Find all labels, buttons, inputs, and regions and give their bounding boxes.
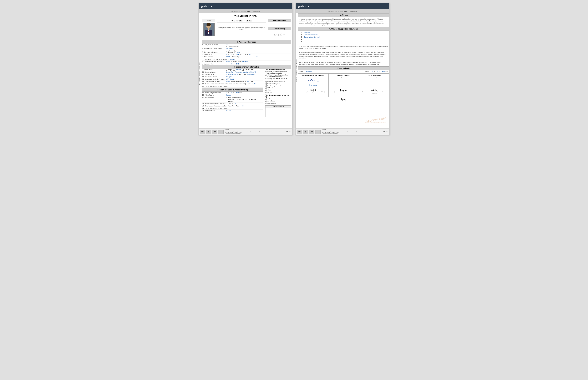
footer-logos-2: MÉXICO COFMER SRE ⊕: [297, 130, 321, 134]
email-value: ivan@mail.ru: [247, 74, 255, 75]
sex-label: 3. Sex (mark with an X):: [202, 51, 226, 53]
doc-item-5: 5): [301, 41, 388, 42]
entrevisto-subtitle: (Nombre y firma de quien entrevista): [329, 91, 358, 93]
place-date-header: Place and date: [298, 67, 389, 70]
side-label-2: The distribution of this form is free of…: [296, 13, 298, 128]
contact-text-2: Ricardo Flores Magón no. 2, piso 3, Col.…: [322, 131, 368, 134]
visa-tipo-title: Tipo de visa (marca con una X):: [265, 69, 291, 70]
visa-radio-1[interactable]: [265, 71, 267, 73]
doc-item-1: 1) Passport: [301, 32, 388, 34]
recibio-box: Recibió (Nombre y firma de quien recibe …: [298, 88, 329, 97]
top-section: Photo: [202, 19, 291, 39]
doc-link-3: Statement from the bank: [304, 36, 320, 38]
doc-link-1: Passport: [304, 32, 310, 34]
visa-opt-1-label: Visitante sin permiso para realizar acti…: [267, 71, 291, 74]
visa-opt-3: Visitante para realizar trámites de adop…: [265, 78, 291, 81]
visa-opt-2-label: Visitante con permiso para realizar acti…: [267, 74, 291, 77]
autorizo-box: Autorizó (Nombre y firma del funcionario…: [359, 88, 389, 97]
pasaporte-opt-2: No Ordinario: [265, 100, 291, 102]
visa-opt-5: Residencia temporal: [265, 83, 291, 85]
consular-box: Consular Office located at Each applican…: [216, 19, 267, 39]
row-passport: 8. Passport or travel document number: 7…: [202, 58, 291, 60]
section1-header: I. Personal information: [202, 40, 291, 44]
visa-radio-7[interactable]: [265, 87, 267, 89]
deported-no-label: No: [242, 105, 244, 107]
stay-less180-cb[interactable]: [226, 97, 227, 98]
row-lastname: 2. First and second last names: Ivan Iva…: [202, 47, 291, 51]
pasaporte-opt-2-label: No Ordinario: [267, 100, 275, 102]
visa-radio-9[interactable]: [265, 92, 267, 93]
visa-opt-4: Residente temporal estudiante: [265, 81, 291, 83]
svg-point-8: [210, 26, 211, 27]
place-label: Place:: [299, 71, 303, 73]
visa-opt-9-label: Servicio: [267, 91, 272, 93]
visa-radio-4[interactable]: [265, 81, 267, 83]
pasaporte-radio-1[interactable]: [265, 98, 267, 100]
legal-no-label: No: [251, 81, 253, 82]
consular-input[interactable]: [217, 22, 266, 26]
pasaporte-radio-3[interactable]: [265, 102, 267, 104]
criminal-no-cb[interactable]: [252, 83, 253, 85]
passport-label: 8. Passport or travel document number:: [202, 58, 228, 60]
section3-header: III. Information and purpose of the trip: [202, 88, 263, 92]
page2-body: IV. Minors In case of minors or persons …: [298, 13, 389, 128]
male-checkbox[interactable]: [234, 52, 236, 53]
pasaporte-radio-2[interactable]: [265, 100, 267, 102]
doc-blank-5: [304, 41, 304, 42]
female-checkbox[interactable]: [226, 52, 227, 53]
father-sig-subtitle: (If minor): [360, 76, 389, 78]
ref-input[interactable]: [268, 22, 291, 27]
age-value: 27: [249, 54, 251, 55]
legal-no-checkbox[interactable]: [250, 81, 251, 82]
form-body-1: Photo: [201, 18, 292, 128]
row-country-live: 15. Country where you live: Russia 16. L…: [202, 80, 263, 83]
visa-opt-8: Oficial: [265, 89, 291, 91]
visa-radio-2[interactable]: [265, 75, 267, 76]
stay-more180-cb[interactable]: [226, 99, 227, 100]
recibio-subtitle: (Nombre y firma de quien recibe la solic…: [299, 91, 328, 93]
passport-value: 725874634: [228, 58, 235, 60]
deported-no-cb[interactable]: [240, 105, 241, 107]
logo-text-2: gob mx: [298, 4, 309, 8]
photo-label: Photo: [202, 19, 215, 22]
deported-yes-label: Yes: [236, 105, 239, 107]
legal-res-label: 16. Legal residence:: [231, 81, 244, 82]
header-2: gob mx: [296, 3, 389, 9]
visa-radio-5[interactable]: [265, 83, 267, 85]
been-no-cb[interactable]: [232, 103, 233, 104]
footer-2: MÉXICO COFMER SRE ⊕ Contact: Ricardo Flo…: [296, 128, 389, 135]
row-deported-explain: 24. If the answer is yes, please explain…: [202, 107, 263, 110]
side-label-1: The distribution of this form is free of…: [199, 18, 201, 128]
capturo-title: Capturó: [299, 98, 389, 100]
photo-box: Photo: [202, 19, 215, 39]
cofemer-logo-2: COFMER: [303, 130, 308, 134]
visa-radio-6[interactable]: [265, 85, 267, 87]
applicant-sig-svg: [307, 77, 319, 83]
row-entry-date: 19. Date of entry into Mexico: 01 DD / 0…: [202, 92, 263, 94]
common-checkbox[interactable]: [242, 69, 244, 71]
ref-title: Reference Number: [268, 19, 291, 22]
doc-num-2: 2): [301, 34, 304, 36]
married-checkbox[interactable]: [233, 69, 235, 71]
been-yes-cb[interactable]: [226, 103, 227, 104]
criminal-yes-cb[interactable]: [246, 83, 247, 85]
deported-yes-cb[interactable]: [233, 105, 235, 107]
email-label: 12. E-mail:: [239, 74, 246, 75]
legal-yes-checkbox[interactable]: [245, 81, 246, 82]
doc-link-2: Reference from work: [304, 34, 317, 36]
single-checkbox[interactable]: [226, 69, 227, 71]
visa-radio-3[interactable]: [265, 78, 267, 79]
issue-date-label: b) Date of issue:: [231, 61, 242, 62]
visa-radio-8[interactable]: [265, 89, 267, 91]
row-point-entry: 20. Point of entry: Cancun: [202, 94, 263, 96]
footer-contact-2: Contact: Ricardo Flores Magón no. 2, pis…: [322, 129, 368, 134]
recibio-row: Recibió (Nombre y firma de quien recibe …: [298, 88, 389, 97]
pasaporte-section: Tipo de pasaporte (marca con una X): Ord…: [265, 95, 291, 104]
lastname-label: 2. First and second last names:: [202, 48, 226, 49]
doc-item-3: 3) Statement from the bank: [301, 36, 388, 38]
stay-definitive-cb[interactable]: [226, 101, 227, 102]
row-occupation: 13. Current occupation: Manager: [202, 76, 263, 78]
visa-opt-3-label: Visitante para realizar trámites de adop…: [267, 78, 291, 81]
legal-text-1: According to the Immigration Law and its…: [298, 50, 389, 60]
svg-point-7: [206, 26, 207, 27]
